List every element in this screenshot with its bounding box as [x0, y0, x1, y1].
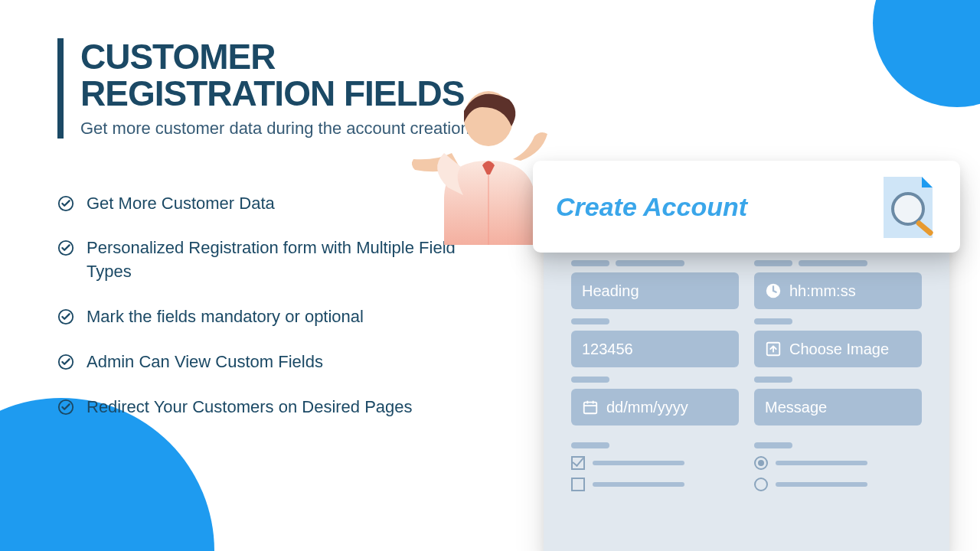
heading-field: Heading	[571, 272, 739, 309]
field-label-placeholder	[571, 377, 739, 383]
check-icon	[57, 240, 74, 256]
field-label-placeholder	[571, 318, 739, 324]
list-item: Admin Can View Custom Fields	[57, 350, 486, 374]
time-field: hh:mm:ss	[754, 272, 922, 309]
radio-option	[754, 478, 922, 491]
clock-icon	[765, 282, 782, 299]
field-label-placeholder	[754, 442, 922, 448]
list-item-text: Redirect Your Customers on Desired Pages	[87, 396, 413, 419]
radio-option	[754, 456, 922, 470]
form-header-strip: Create Account	[533, 161, 960, 253]
image-field: Choose Image	[754, 331, 922, 367]
field-label-placeholder	[754, 318, 922, 324]
check-icon	[57, 308, 74, 325]
list-item: Redirect Your Customers on Desired Pages	[57, 396, 486, 419]
upload-icon	[765, 341, 782, 357]
illustration-area: Create Account Heading hh:mm:ss	[459, 92, 949, 551]
field-label-placeholder	[754, 260, 922, 266]
calendar-icon	[582, 399, 599, 416]
radio-group	[754, 442, 922, 491]
field-grid: Heading hh:mm:ss 123456 Choose Image	[571, 260, 922, 425]
check-icon	[57, 354, 74, 370]
list-item-text: Get More Customer Data	[87, 192, 275, 216]
person-icon	[406, 84, 551, 245]
checkbox-option	[571, 456, 739, 470]
check-icon	[57, 399, 74, 416]
svg-rect-10	[584, 403, 597, 414]
document-magnifier-icon	[877, 172, 937, 241]
options-row	[571, 442, 922, 491]
date-field: dd/mm/yyyy	[571, 389, 739, 425]
number-field: 123456	[571, 331, 739, 367]
checkbox-group	[571, 442, 739, 491]
field-label-placeholder	[571, 442, 739, 448]
list-item-text: Admin Can View Custom Fields	[87, 350, 323, 374]
field-label-placeholder	[571, 260, 739, 266]
form-header-title: Create Account	[556, 192, 747, 222]
list-item-text: Mark the fields mandatory or optional	[87, 305, 364, 329]
message-field: Message	[754, 389, 922, 425]
decoration-top-right	[873, 0, 980, 107]
list-item: Mark the fields mandatory or optional	[57, 305, 486, 329]
form-preview-card: Create Account Heading hh:mm:ss	[544, 176, 949, 551]
checkbox-option	[571, 478, 739, 491]
svg-point-6	[893, 194, 923, 224]
check-icon	[57, 195, 74, 212]
field-label-placeholder	[754, 377, 922, 383]
